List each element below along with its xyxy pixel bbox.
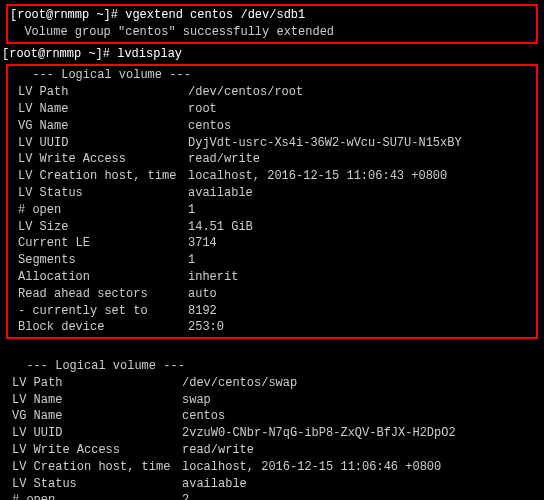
- lv-size-row: LV Size14.51 GiB: [18, 219, 534, 236]
- highlight-box-volume1: --- Logical volume --- LV Path/dev/cento…: [6, 64, 538, 339]
- lv-creation-value: localhost, 2016-12-15 11:06:43 +0800: [188, 168, 534, 185]
- vg-name-row: VG Namecentos: [12, 408, 542, 425]
- open-row: # open1: [18, 202, 534, 219]
- lv-name-value: root: [188, 101, 534, 118]
- vg-name-row: VG Namecentos: [18, 118, 534, 135]
- command-line-2[interactable]: [root@rnmmp ~]# lvdisplay: [2, 46, 542, 63]
- block-device-label: Block device: [18, 319, 188, 336]
- segments-label: Segments: [18, 252, 188, 269]
- lv-creation-row: LV Creation host, timelocalhost, 2016-12…: [12, 459, 542, 476]
- lv-name-row: LV Nameswap: [12, 392, 542, 409]
- lv-creation-value: localhost, 2016-12-15 11:06:46 +0800: [182, 459, 542, 476]
- lv-name-label: LV Name: [18, 101, 188, 118]
- lv-creation-label: LV Creation host, time: [12, 459, 182, 476]
- vg-name-label: VG Name: [12, 408, 182, 425]
- open-value: 1: [188, 202, 534, 219]
- lv-path-value: /dev/centos/root: [188, 84, 534, 101]
- lv-path-row: LV Path/dev/centos/root: [18, 84, 534, 101]
- volume2-section: --- Logical volume --- LV Path/dev/cento…: [2, 358, 542, 500]
- lv-write-row: LV Write Accessread/write: [18, 151, 534, 168]
- lv-uuid-row: LV UUIDDyjVdt-usrc-Xs4i-36W2-wVcu-SU7U-N…: [18, 135, 534, 152]
- vg-name-label: VG Name: [18, 118, 188, 135]
- lv-uuid-label: LV UUID: [18, 135, 188, 152]
- current-le-row: Current LE3714: [18, 235, 534, 252]
- open-value: 2: [182, 492, 542, 500]
- lv-write-label: LV Write Access: [12, 442, 182, 459]
- open-label: # open: [18, 202, 188, 219]
- blank-line: [2, 341, 542, 358]
- lv-path-label: LV Path: [12, 375, 182, 392]
- lv-creation-label: LV Creation host, time: [18, 168, 188, 185]
- lv-uuid-value: DyjVdt-usrc-Xs4i-36W2-wVcu-SU7U-N15xBY: [188, 135, 534, 152]
- lv-creation-row: LV Creation host, timelocalhost, 2016-12…: [18, 168, 534, 185]
- highlight-box-command: [root@rnmmp ~]# vgextend centos /dev/sdb…: [6, 4, 538, 44]
- lv-status-label: LV Status: [18, 185, 188, 202]
- shell-prompt: [root@rnmmp ~]#: [2, 47, 117, 61]
- command-output: Volume group "centos" successfully exten…: [10, 24, 534, 41]
- allocation-value: inherit: [188, 269, 534, 286]
- lv-write-row: LV Write Accessread/write: [12, 442, 542, 459]
- open-row: # open2: [12, 492, 542, 500]
- currently-set-label: - currently set to: [18, 303, 188, 320]
- block-device-row: Block device253:0: [18, 319, 534, 336]
- lv-header: --- Logical volume ---: [18, 67, 534, 84]
- lv-write-value: read/write: [182, 442, 542, 459]
- open-label: # open: [12, 492, 182, 500]
- lv-header: --- Logical volume ---: [12, 358, 542, 375]
- lv-name-label: LV Name: [12, 392, 182, 409]
- lv-size-value: 14.51 GiB: [188, 219, 534, 236]
- current-le-label: Current LE: [18, 235, 188, 252]
- allocation-label: Allocation: [18, 269, 188, 286]
- lv-uuid-value: 2vzuW0-CNbr-N7qG-ibP8-ZxQV-BfJX-H2DpO2: [182, 425, 542, 442]
- lv-write-label: LV Write Access: [18, 151, 188, 168]
- lv-status-value: available: [188, 185, 534, 202]
- lv-path-value: /dev/centos/swap: [182, 375, 542, 392]
- lv-path-row: LV Path/dev/centos/swap: [12, 375, 542, 392]
- lv-status-row: LV Statusavailable: [18, 185, 534, 202]
- block-device-value: 253:0: [188, 319, 534, 336]
- command-line-1[interactable]: [root@rnmmp ~]# vgextend centos /dev/sdb…: [10, 7, 534, 24]
- read-ahead-value: auto: [188, 286, 534, 303]
- lv-name-row: LV Nameroot: [18, 101, 534, 118]
- lv-status-label: LV Status: [12, 476, 182, 493]
- lv-uuid-row: LV UUID2vzuW0-CNbr-N7qG-ibP8-ZxQV-BfJX-H…: [12, 425, 542, 442]
- lv-write-value: read/write: [188, 151, 534, 168]
- command-text: vgextend centos /dev/sdb1: [125, 8, 305, 22]
- lv-path-label: LV Path: [18, 84, 188, 101]
- allocation-row: Allocationinherit: [18, 269, 534, 286]
- lv-name-value: swap: [182, 392, 542, 409]
- vg-name-value: centos: [188, 118, 534, 135]
- shell-prompt: [root@rnmmp ~]#: [10, 8, 125, 22]
- lv-uuid-label: LV UUID: [12, 425, 182, 442]
- current-le-value: 3714: [188, 235, 534, 252]
- vg-name-value: centos: [182, 408, 542, 425]
- lv-status-row: LV Statusavailable: [12, 476, 542, 493]
- currently-set-value: 8192: [188, 303, 534, 320]
- segments-value: 1: [188, 252, 534, 269]
- lv-status-value: available: [182, 476, 542, 493]
- lv-size-label: LV Size: [18, 219, 188, 236]
- currently-set-row: - currently set to8192: [18, 303, 534, 320]
- read-ahead-row: Read ahead sectorsauto: [18, 286, 534, 303]
- segments-row: Segments1: [18, 252, 534, 269]
- read-ahead-label: Read ahead sectors: [18, 286, 188, 303]
- command-text: lvdisplay: [117, 47, 182, 61]
